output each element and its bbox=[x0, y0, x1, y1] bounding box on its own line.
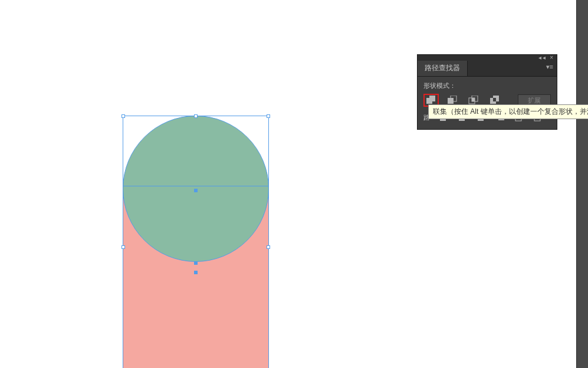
handle-top-middle[interactable] bbox=[194, 114, 198, 118]
tooltip: 联集（按住 Alt 键单击，以创建一个复合形状，并添 bbox=[428, 104, 588, 119]
panel-body: 形状模式： 扩展 路 bbox=[418, 77, 557, 129]
collapse-icon[interactable]: ◂◂ bbox=[538, 54, 547, 61]
panel-menu-icon[interactable]: ▾≡ bbox=[546, 63, 553, 71]
anchor-point-2[interactable] bbox=[194, 271, 198, 274]
center-point[interactable] bbox=[194, 189, 198, 192]
handle-top-right[interactable] bbox=[267, 114, 270, 118]
panel-header-controls[interactable]: ◂◂ × bbox=[538, 54, 554, 61]
selection-inner-line bbox=[123, 186, 268, 186]
shape-modes-label: 形状模式： bbox=[423, 81, 551, 90]
panel-header[interactable]: ◂◂ × bbox=[418, 55, 557, 61]
anchor-point[interactable] bbox=[194, 261, 198, 265]
right-dock-strip[interactable] bbox=[576, 0, 588, 368]
close-icon[interactable]: × bbox=[550, 54, 554, 61]
svg-rect-1 bbox=[429, 96, 435, 101]
svg-rect-6 bbox=[472, 98, 475, 101]
handle-middle-right[interactable] bbox=[267, 245, 270, 249]
svg-rect-9 bbox=[493, 98, 496, 101]
selection-bounds bbox=[123, 116, 269, 368]
panel-tabs: 路径查找器 ▾≡ bbox=[418, 61, 557, 77]
handle-middle-left[interactable] bbox=[121, 245, 125, 249]
handle-top-left[interactable] bbox=[121, 114, 125, 118]
tab-pathfinder[interactable]: 路径查找器 bbox=[418, 61, 468, 76]
